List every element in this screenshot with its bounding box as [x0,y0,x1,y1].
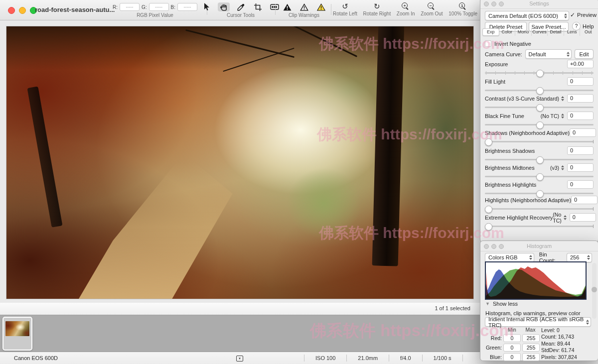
preset-dropdown[interactable]: Camera Default (EOS 600D) [485,11,569,20]
black-fine-tune-value-field[interactable]: 0 [567,112,594,120]
clip-warning-outline-button[interactable] [298,2,310,11]
brightness-shadows-slider[interactable] [485,156,594,163]
histogram-colors-dropdown[interactable]: Colors RGB [485,253,534,262]
slider-thumb[interactable] [485,138,492,146]
brightness-shadows-value-field[interactable]: 0 [567,146,594,155]
tab-mono[interactable]: Mono [515,28,532,36]
bin-count-dropdown[interactable]: 256 [567,253,592,262]
b-value-field: ----- [177,3,197,11]
pointer-tool-button[interactable] [201,2,213,11]
table-row: Green: 0 255 [485,344,541,352]
photo-forest-path [72,163,259,299]
brightness-midtones-value-field[interactable]: 0 [567,163,594,172]
close-button[interactable] [8,7,15,14]
extreme-highlight-recovery-slider[interactable] [485,223,594,230]
zoom-100-toggle-button[interactable]: 1 100% Toggle [448,2,477,16]
brightness-midtones-slider[interactable] [485,173,594,180]
contrast-slider[interactable] [485,104,594,111]
invert-negative-checkbox[interactable]: Invert Negative [485,40,531,47]
scrollbar-thumb[interactable] [592,287,597,292]
slider-thumb[interactable] [536,87,544,95]
crop-tool-button[interactable] [252,2,264,11]
blue-max-field[interactable]: 255 [522,353,540,361]
zoom-out-icon: − [428,2,436,10]
pointer-icon [204,3,210,11]
stat-level: Level: 0 [541,327,577,334]
rotate-right-icon: ↻ [374,2,380,10]
contrast-mode-dropdown[interactable]: (v3 S-Curve Standard) [507,96,564,102]
brightness-midtones-mode-dropdown[interactable]: (v3) [550,165,564,171]
ehr-mode-dropdown[interactable]: (No TC) [553,212,566,224]
slider-thumb[interactable] [536,104,544,112]
rotate-right-label: Rotate Right [363,11,391,16]
rotate-right-button[interactable]: ↻ Rotate Right [363,2,391,16]
shadows-value-field[interactable]: 0 [570,128,596,137]
edit-curve-button[interactable]: Edit [575,49,594,59]
tab-detail[interactable]: Detail [548,28,564,36]
highlights-slider[interactable] [485,206,594,212]
brightness-highlights-value-field[interactable]: 0 [567,180,594,189]
tab-lens[interactable]: Lens [564,28,581,36]
fill-light-slider[interactable] [485,87,594,94]
slider-label: Black Fine Tune [485,113,524,119]
ehr-value-field[interactable]: 0 [570,213,596,222]
slider-thumb[interactable] [536,70,544,77]
green-min-field[interactable]: 0 [503,344,521,352]
channel-range-table: Min Max Red: 0 255 Green: 0 255 Blue: 0 … [485,327,541,361]
settings-titlebar[interactable]: Settings [480,0,598,9]
exposure-value-field[interactable]: +0.00 [567,60,594,68]
slider-thumb[interactable] [536,173,544,181]
exposure-slider[interactable] [485,70,594,76]
slider-thumb[interactable] [485,223,492,231]
invert-negative-label: Invert Negative [494,41,531,47]
zoom-out-button[interactable]: − Zoom Out [421,2,443,16]
preview-checkbox[interactable]: ✓ Preview [570,11,597,18]
slider-label: Brightness Shadows [485,148,535,154]
clip-warning-black-button[interactable] [281,2,293,11]
zoom-in-button[interactable]: + Zoom In [397,2,415,16]
rgb-pixel-value-group: R: ----- G: ----- B: ----- RGB Pixel Val… [113,3,197,18]
rotate-left-button[interactable]: ↺ Rotate Left [333,2,357,16]
green-max-field[interactable]: 255 [522,344,540,352]
tab-color[interactable]: Color [499,28,516,36]
black-fine-tune-mode-dropdown[interactable]: (No TC) [541,113,564,119]
aperture-value: f/4.0 [389,354,422,362]
fill-light-value-field[interactable]: 0 [567,77,594,86]
black-fine-tune-slider[interactable] [485,121,594,128]
warning-outline-icon [300,3,308,11]
chevron-down-icon: ▼ [485,301,490,306]
camera-curve-dropdown[interactable]: Default [525,49,572,59]
tab-curves[interactable]: Curves [532,28,548,36]
thumbnail-selected[interactable] [2,317,32,351]
minimize-button[interactable] [19,7,26,14]
rgb-group-label: RGB Pixel Value [113,12,197,18]
checkbox-icon[interactable] [485,40,491,47]
tab-exp[interactable]: Exp [482,28,499,36]
blue-min-field[interactable]: 0 [503,353,521,361]
red-max-field[interactable]: 255 [522,334,540,342]
clip-warnings-label: Clip Warnings [277,12,331,18]
camera-model: Canon EOS 600D [14,355,58,361]
photo-branch [281,26,357,57]
histogram-titlebar[interactable]: Histogram [480,241,598,251]
clip-warning-yellow-button[interactable] [315,2,327,11]
eyedropper-tool-button[interactable] [235,2,247,11]
min-header: Min [503,327,521,333]
tab-out[interactable]: Out [580,28,596,36]
photo-preview[interactable] [6,26,473,299]
red-min-field[interactable]: 0 [503,334,521,342]
hand-tool-button[interactable] [218,2,230,11]
slider-thumb[interactable] [536,156,544,164]
contrast-value-field[interactable]: 0 [567,94,594,103]
show-less-toggle[interactable]: ▼ Show less [485,301,518,307]
colorspace-dropdown[interactable]: Iridient Internal RGB (ACES with sRGB TR… [485,317,591,327]
zoom-in-label: Zoom In [397,11,415,16]
export-icon[interactable]: ▾ [236,356,243,362]
histogram-stats: Level: 0 Count: 16,743 Mean: 89.44 StdDe… [541,327,577,361]
slider-thumb[interactable] [485,206,492,213]
highlights-value-field[interactable]: 0 [571,196,598,204]
shadows-slider[interactable] [485,138,594,145]
slider-thumb[interactable] [536,121,544,129]
window-title: road-forest-season-autu... [35,6,115,13]
table-row: Red: 0 255 [485,334,541,342]
